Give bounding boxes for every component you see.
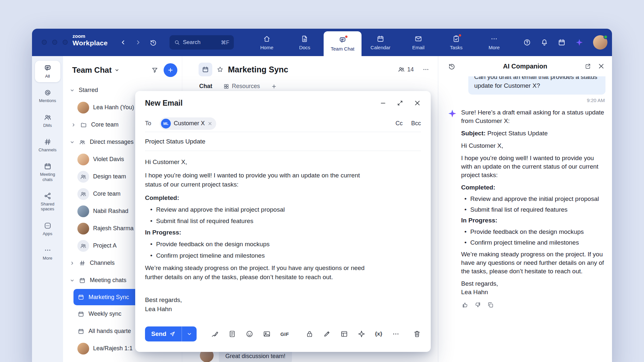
send-options-dropdown[interactable] — [182, 326, 197, 341]
close-icon[interactable] — [598, 63, 605, 70]
group-icon — [77, 188, 89, 200]
history-icon[interactable] — [448, 63, 455, 70]
channels-icon — [44, 138, 52, 146]
lock-icon[interactable] — [306, 330, 314, 338]
rail-item-dms[interactable]: DMs — [35, 110, 60, 131]
nav-email[interactable]: Email — [399, 29, 437, 56]
tab-chat[interactable]: Chat — [199, 83, 212, 90]
rail-item-apps[interactable]: Apps — [35, 218, 60, 240]
star-icon[interactable] — [217, 66, 224, 73]
user-avatar[interactable] — [593, 35, 607, 50]
group-icon — [77, 171, 89, 183]
notifications-icon[interactable] — [540, 38, 548, 46]
chat-all-icon — [44, 64, 52, 72]
avatar — [77, 223, 89, 234]
calendar-icon — [377, 35, 384, 43]
member-count[interactable]: 14 — [398, 66, 414, 73]
nav-more[interactable]: More — [475, 29, 513, 56]
channel-more-icon[interactable] — [422, 66, 429, 73]
rail-item-mentions[interactable]: Mentions — [35, 85, 60, 107]
avatar — [77, 154, 89, 165]
primary-nav: Home Docs Team Chat Calendar Email Tasks — [248, 29, 513, 56]
bcc-button[interactable]: Bcc — [411, 120, 421, 127]
ai-sparkle-icon[interactable] — [358, 330, 365, 338]
rail-item-channels[interactable]: Channels — [35, 134, 60, 156]
expand-icon[interactable] — [397, 100, 403, 106]
channel-avatar-calendar-icon[interactable] — [199, 63, 212, 76]
new-email-dialog: New Email To ML Customer X Cc Bcc Projec… — [135, 91, 431, 352]
rail-item-all[interactable]: All — [35, 61, 60, 82]
chevron-down-icon — [70, 88, 75, 93]
ai-response: Sure! Here’s a draft email asking for a … — [461, 108, 606, 308]
logo-line1: zoom — [72, 34, 108, 39]
emoji-icon[interactable] — [246, 330, 253, 338]
nav-calendar[interactable]: Calendar — [362, 29, 399, 56]
resources-icon — [223, 83, 229, 89]
recipient-chip[interactable]: ML Customer X — [160, 117, 216, 130]
rail-item-shared-spaces[interactable]: Shared spaces — [35, 189, 60, 215]
search-input[interactable]: Search ⌘F — [169, 35, 234, 50]
filter-icon[interactable] — [151, 67, 158, 74]
notification-dot — [345, 35, 348, 38]
add-tab-button[interactable] — [271, 83, 277, 89]
edit-icon[interactable] — [323, 330, 331, 338]
rail-item-meeting-chats[interactable]: Meeting chats — [35, 159, 60, 186]
history-icon[interactable] — [150, 39, 157, 46]
zoom-window-control[interactable] — [63, 40, 68, 45]
close-icon[interactable] — [414, 99, 421, 107]
nav-tasks[interactable]: Tasks — [437, 29, 475, 56]
forward-icon[interactable] — [135, 39, 142, 46]
schedule-icon[interactable] — [558, 38, 566, 46]
new-chat-button[interactable] — [164, 63, 177, 77]
email-icon — [414, 35, 422, 43]
variables-icon[interactable]: {x} — [375, 331, 382, 337]
help-icon[interactable] — [523, 38, 531, 46]
minimize-icon[interactable] — [380, 100, 386, 106]
rail-item-more[interactable]: More — [35, 243, 60, 264]
back-icon[interactable] — [120, 39, 127, 46]
search-icon — [174, 39, 180, 45]
nav-team-chat[interactable]: Team Chat — [324, 31, 362, 56]
more-icon[interactable] — [392, 330, 400, 338]
email-body-editor[interactable]: Hi Customer X, I hope you’re doing well!… — [145, 151, 375, 322]
remove-recipient-icon[interactable] — [208, 121, 212, 126]
search-shortcut: ⌘F — [221, 39, 229, 46]
home-icon — [263, 35, 271, 43]
calendar-icon — [79, 275, 86, 286]
close-window-control[interactable] — [42, 40, 47, 45]
team-chat-menu[interactable]: Team Chat — [72, 66, 120, 75]
docs-icon — [301, 35, 309, 43]
file-icon[interactable] — [228, 330, 236, 338]
calendar-icon — [77, 291, 85, 303]
thumbs-down-icon[interactable] — [475, 302, 481, 308]
layout-icon[interactable] — [340, 330, 348, 338]
signature-icon[interactable] — [211, 330, 219, 338]
team-chat-icon — [339, 36, 346, 44]
window-controls — [42, 40, 68, 45]
thumbs-up-icon[interactable] — [462, 302, 468, 308]
image-icon[interactable] — [263, 330, 271, 338]
minimize-window-control[interactable] — [52, 40, 57, 45]
nav-home[interactable]: Home — [248, 29, 286, 56]
gif-icon[interactable]: GIF — [280, 331, 289, 337]
trash-icon[interactable] — [413, 330, 421, 338]
ai-companion-icon[interactable] — [575, 38, 584, 47]
tab-resources[interactable]: Resources — [223, 83, 260, 90]
nav-label: Team Chat — [331, 46, 355, 52]
nav-label: Docs — [299, 45, 310, 50]
send-button[interactable]: Send — [145, 326, 182, 341]
to-field[interactable]: To ML Customer X Cc Bcc — [145, 115, 421, 132]
group-icon — [77, 240, 89, 252]
cc-button[interactable]: Cc — [395, 120, 403, 127]
open-in-new-icon[interactable] — [585, 63, 591, 69]
zoom-workplace-logo: zoom Workplace — [72, 34, 108, 47]
dms-icon — [79, 136, 86, 148]
nav-label: Email — [412, 45, 425, 50]
nav-label: Tasks — [450, 45, 462, 50]
nav-docs[interactable]: Docs — [286, 29, 324, 56]
copy-icon[interactable] — [487, 302, 494, 308]
chevron-down-icon — [70, 278, 75, 283]
ai-sparkle-icon — [447, 109, 457, 308]
subject-input[interactable]: Project Status Update — [145, 132, 421, 151]
dialog-title: New Email — [145, 99, 183, 108]
